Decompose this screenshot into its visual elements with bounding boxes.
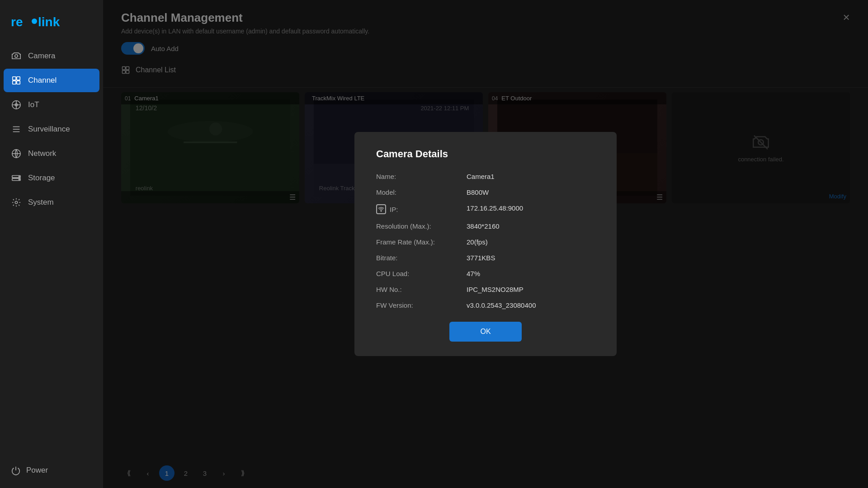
sidebar: re link Camera: [0, 0, 103, 488]
svg-text:link: link: [38, 15, 60, 29]
network-icon: [11, 148, 22, 159]
detail-label-cpu: CPU Load:: [376, 270, 467, 277]
detail-row-resolution: Resolution (Max.): 3840*2160: [376, 222, 595, 230]
detail-value-hw: IPC_MS2NO28MP: [467, 286, 524, 293]
detail-value-resolution: 3840*2160: [467, 222, 500, 230]
svg-rect-5: [17, 77, 20, 80]
sidebar-item-network-label: Network: [28, 149, 56, 158]
detail-value-bitrate: 3771KBS: [467, 254, 495, 262]
detail-value-ip: 172.16.25.48:9000: [467, 204, 523, 212]
detail-label-model: Model:: [376, 188, 467, 196]
reolink-logo: re link: [11, 13, 70, 30]
detail-row-ip: IP: 172.16.25.48:9000: [376, 204, 595, 214]
power-button[interactable]: Power: [11, 465, 92, 475]
system-icon: [11, 197, 22, 208]
sidebar-item-channel-label: Channel: [28, 76, 57, 85]
detail-row-bitrate: Bitrate: 3771KBS: [376, 254, 595, 262]
sidebar-item-system[interactable]: System: [4, 191, 99, 214]
channel-icon: [11, 75, 22, 86]
detail-row-name: Name: Camera1: [376, 173, 595, 180]
svg-text:re: re: [11, 15, 23, 29]
detail-row-model: Model: B800W: [376, 188, 595, 196]
detail-label-name: Name:: [376, 173, 467, 180]
power-icon: [11, 465, 21, 475]
modal-overlay: Camera Details Name: Camera1 Model: B800…: [103, 0, 868, 488]
detail-value-cpu: 47%: [467, 270, 480, 277]
svg-point-40: [381, 211, 381, 211]
detail-value-fw: v3.0.0.2543_23080400: [467, 301, 536, 309]
detail-value-framerate: 20(fps): [467, 238, 488, 246]
svg-point-3: [15, 55, 18, 57]
detail-row-framerate: Frame Rate (Max.): 20(fps): [376, 238, 595, 246]
sidebar-nav: Camera Channel Io: [0, 44, 103, 456]
svg-point-17: [15, 201, 18, 204]
main-content: Channel Management Add device(s) in LAN …: [103, 0, 868, 488]
svg-rect-4: [13, 77, 16, 80]
sidebar-item-iot-label: IoT: [28, 100, 39, 109]
sidebar-footer: Power: [0, 456, 103, 488]
detail-row-hw: HW No.: IPC_MS2NO28MP: [376, 286, 595, 293]
logo-container: re link: [0, 0, 103, 44]
svg-rect-7: [17, 81, 20, 84]
sidebar-item-camera-label: Camera: [28, 52, 55, 61]
detail-row-cpu: CPU Load: 47%: [376, 270, 595, 277]
svg-point-16: [19, 179, 20, 180]
sidebar-item-storage-label: Storage: [28, 174, 55, 183]
sidebar-item-network[interactable]: Network: [4, 142, 99, 165]
detail-label-ip: IP:: [376, 204, 467, 214]
sidebar-item-camera[interactable]: Camera: [4, 44, 99, 68]
power-label: Power: [26, 466, 48, 475]
svg-point-1: [32, 19, 37, 24]
wifi-icon: [376, 204, 386, 214]
detail-label-fw: FW Version:: [376, 301, 467, 309]
sidebar-item-surveillance-label: Surveillance: [28, 125, 70, 134]
sidebar-item-storage[interactable]: Storage: [4, 166, 99, 190]
svg-point-15: [19, 176, 20, 177]
detail-label-bitrate: Bitrate:: [376, 254, 467, 262]
camera-details-modal: Camera Details Name: Camera1 Model: B800…: [354, 132, 617, 356]
modal-ok-button[interactable]: OK: [449, 322, 522, 342]
surveillance-icon: [11, 124, 22, 135]
sidebar-item-surveillance[interactable]: Surveillance: [4, 117, 99, 141]
camera-icon: [11, 51, 22, 61]
detail-label-hw: HW No.:: [376, 286, 467, 293]
modal-title: Camera Details: [376, 148, 595, 160]
detail-value-model: B800W: [467, 188, 489, 196]
detail-value-name: Camera1: [467, 173, 495, 180]
detail-label-framerate: Frame Rate (Max.):: [376, 238, 467, 246]
sidebar-item-iot[interactable]: IoT: [4, 93, 99, 117]
svg-rect-6: [13, 81, 16, 84]
storage-icon: [11, 173, 22, 183]
detail-row-fw: FW Version: v3.0.0.2543_23080400: [376, 301, 595, 309]
sidebar-item-system-label: System: [28, 198, 54, 207]
sidebar-item-channel[interactable]: Channel: [4, 69, 99, 92]
detail-label-resolution: Resolution (Max.):: [376, 222, 467, 230]
iot-icon: [11, 99, 22, 110]
